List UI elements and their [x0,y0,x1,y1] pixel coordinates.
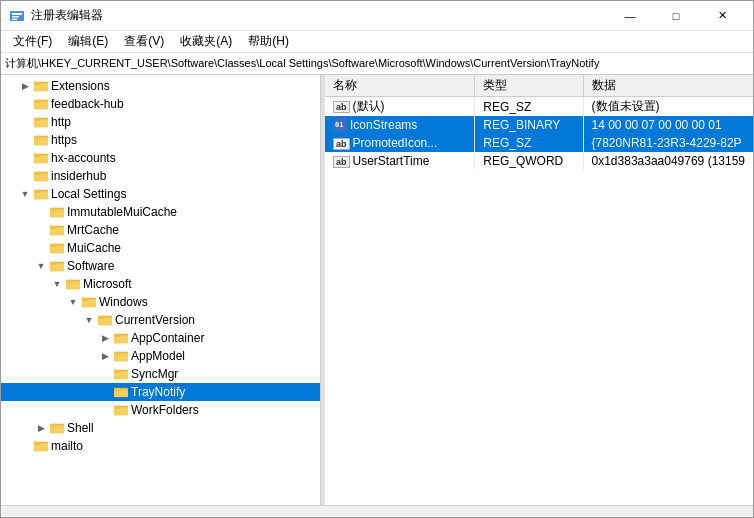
folder-icon [113,330,129,346]
table-row[interactable]: ab(默认)REG_SZ(数值未设置) [325,97,753,117]
svg-rect-27 [34,172,40,175]
tree-expander[interactable] [97,366,113,382]
tree-expander[interactable]: ▼ [81,312,97,328]
reg-type-cell: REG_QWORD [475,152,583,170]
folder-icon [97,312,113,328]
folder-icon [49,222,65,238]
close-button[interactable]: ✕ [699,1,745,31]
tree-node-appcontainer[interactable]: ▶ AppContainer [1,329,320,347]
tree-expander[interactable] [33,240,49,256]
tree-node-local-settings[interactable]: ▼ Local Settings [1,185,320,203]
tree-node-immutablemuicache[interactable]: ImmutableMuiCache [1,203,320,221]
menubar-item[interactable]: 收藏夹(A) [172,31,240,52]
tree-node-label: insiderhub [51,169,106,183]
svg-rect-11 [34,100,40,103]
table-header-row: 名称 类型 数据 [325,75,753,97]
tree-expander[interactable] [97,384,113,400]
menubar-item[interactable]: 编辑(E) [60,31,116,52]
tree-expander[interactable]: ▶ [33,420,49,436]
menubar-item[interactable]: 查看(V) [116,31,172,52]
reg-data-cell: 0x1d383a3aa049769 (13159 [583,152,753,170]
tree-node-appmodel[interactable]: ▶ AppModel [1,347,320,365]
tree-expander[interactable]: ▼ [33,258,49,274]
tree-node-shell[interactable]: ▶ Shell [1,419,320,437]
tree-node-mrtcache[interactable]: MrtCache [1,221,320,239]
tree-expander[interactable]: ▶ [97,330,113,346]
tree-expander[interactable] [33,204,49,220]
folder-icon [33,150,49,166]
tree-pane[interactable]: ▶ Extensions feedback-hub http https hx-… [1,75,321,505]
registry-editor-window: 注册表编辑器 — □ ✕ 文件(F)编辑(E)查看(V)收藏夹(A)帮助(H) … [0,0,754,518]
col-header-data[interactable]: 数据 [583,75,753,97]
folder-icon [81,294,97,310]
tree-node-workfolders[interactable]: WorkFolders [1,401,320,419]
col-header-name[interactable]: 名称 [325,75,475,97]
tree-node-traynotify[interactable]: TrayNotify [1,383,320,401]
tree-expander[interactable] [17,132,33,148]
tree-node-windows[interactable]: ▼ Windows [1,293,320,311]
titlebar-buttons: — □ ✕ [607,1,745,31]
reg-data-cell: (数值未设置) [583,97,753,117]
minimize-button[interactable]: — [607,1,653,31]
tree-node-insiderhub[interactable]: insiderhub [1,167,320,185]
tree-node-label: WorkFolders [131,403,199,417]
reg-name-cell: abPromotedIcon... [325,134,475,152]
svg-rect-71 [114,370,120,373]
tree-node-label: Windows [99,295,148,309]
tree-expander[interactable]: ▶ [97,348,113,364]
tree-node-https[interactable]: https [1,131,320,149]
tree-expander[interactable] [17,150,33,166]
tree-node-microsoft[interactable]: ▼ Microsoft [1,275,320,293]
tree-expander[interactable]: ▼ [17,186,33,202]
bottom-scrollbar[interactable] [1,505,753,517]
folder-icon [33,132,49,148]
reg-name-cell: 01 IconStreams [325,116,475,134]
tree-node-label: MuiCache [67,241,121,255]
tree-expander[interactable] [17,96,33,112]
tree-expander[interactable]: ▶ [17,78,33,94]
folder-icon [113,384,129,400]
col-header-type[interactable]: 类型 [475,75,583,97]
tree-node-label: mailto [51,439,83,453]
tree-node-feedback-hub[interactable]: feedback-hub [1,95,320,113]
tree-node-http[interactable]: http [1,113,320,131]
svg-rect-23 [34,154,40,157]
tree-expander[interactable] [33,222,49,238]
tree-expander[interactable] [17,438,33,454]
table-row[interactable]: abPromotedIcon...REG_SZ{7820NR81-23R3-42… [325,134,753,152]
tree-expander[interactable] [97,402,113,418]
table-row[interactable]: abUserStartTimeREG_QWORD0x1d383a3aa04976… [325,152,753,170]
svg-rect-1 [12,13,22,15]
menubar-item[interactable]: 文件(F) [5,31,60,52]
tree-container: ▶ Extensions feedback-hub http https hx-… [1,77,320,455]
svg-rect-75 [114,388,120,391]
tree-node-software[interactable]: ▼ Software [1,257,320,275]
reg-name-cell: abUserStartTime [325,152,475,170]
tree-node-extensions[interactable]: ▶ Extensions [1,77,320,95]
folder-icon [33,168,49,184]
tree-expander[interactable] [17,114,33,130]
titlebar-icon [9,8,25,24]
tree-node-syncmgr[interactable]: SyncMgr [1,365,320,383]
tree-node-mailto[interactable]: mailto [1,437,320,455]
menubar-item[interactable]: 帮助(H) [240,31,297,52]
tree-node-hx-accounts[interactable]: hx-accounts [1,149,320,167]
tree-expander[interactable]: ▼ [49,276,65,292]
tree-expander[interactable]: ▼ [65,294,81,310]
folder-icon [33,438,49,454]
titlebar: 注册表编辑器 — □ ✕ [1,1,753,31]
tree-node-currentversion[interactable]: ▼ CurrentVersion [1,311,320,329]
svg-rect-83 [50,424,56,427]
tree-node-label: ImmutableMuiCache [67,205,177,219]
registry-table-body: ab(默认)REG_SZ(数值未设置) 01 IconStreamsREG_BI… [325,97,753,171]
maximize-button[interactable]: □ [653,1,699,31]
tree-node-label: AppContainer [131,331,204,345]
tree-expander[interactable] [17,168,33,184]
tree-node-muicache[interactable]: MuiCache [1,239,320,257]
folder-icon [33,186,49,202]
ab-icon: ab [333,138,350,150]
table-row[interactable]: 01 IconStreamsREG_BINARY14 00 00 07 00 0… [325,116,753,134]
reg-type-cell: REG_SZ [475,134,583,152]
folder-icon [33,96,49,112]
svg-rect-2 [12,16,19,18]
